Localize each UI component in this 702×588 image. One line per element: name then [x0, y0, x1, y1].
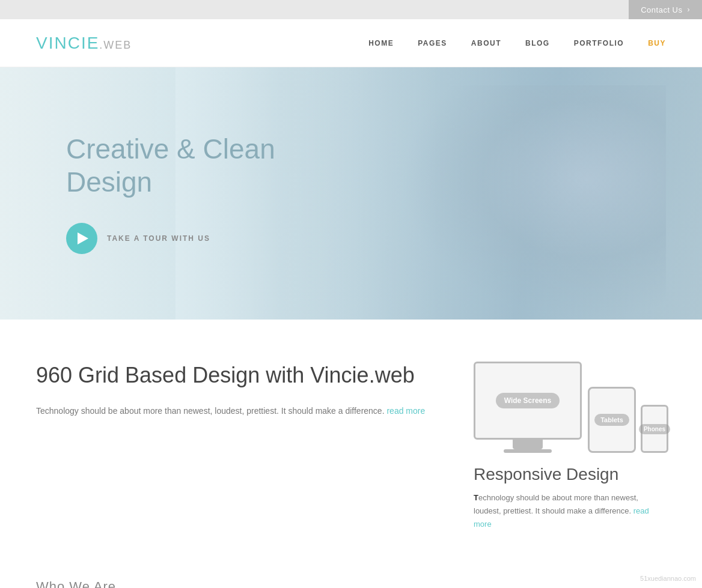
devices-row: Tablets Phones	[588, 387, 668, 453]
contact-us-button[interactable]: Contact Us ›	[629, 0, 702, 19]
responsive-section: Wide Screens Tablets Phones Responsive D…	[474, 362, 666, 531]
hero-title: Creative & Clean Design	[66, 133, 276, 199]
two-col-layout: 960 Grid Based Design with Vincie.web Te…	[36, 362, 666, 531]
monitor-wrap: Wide Screens	[474, 362, 582, 453]
nav-item-buy[interactable]: BUY	[648, 39, 666, 47]
responsive-body-highlight: T	[474, 493, 478, 502]
grid-body: Technology should be about more than new…	[36, 404, 438, 419]
hero-cta-text: TAKE A TOUR WITH US	[107, 234, 210, 243]
responsive-graphic: Wide Screens Tablets Phones	[474, 362, 666, 453]
main-content: 960 Grid Based Design with Vincie.web Te…	[0, 320, 702, 561]
contact-arrow-icon: ›	[688, 5, 691, 14]
hero-section: Creative & Clean Design TAKE A TOUR WITH…	[0, 67, 702, 320]
hero-cta[interactable]: TAKE A TOUR WITH US	[66, 223, 276, 254]
monitor-stand	[513, 440, 543, 449]
nav-item-pages[interactable]: PAGES	[418, 39, 447, 47]
grid-read-more-link[interactable]: read more	[386, 406, 425, 416]
nav-item-blog[interactable]: BLOG	[525, 39, 550, 47]
who-section: Who We Are	[0, 561, 702, 588]
phone-device: Phones	[641, 405, 668, 453]
responsive-title: Responsive Design	[474, 465, 666, 484]
grid-title: 960 Grid Based Design with Vincie.web	[36, 362, 438, 390]
wide-screen-badge: Wide Screens	[496, 393, 560, 408]
monitor-base	[504, 449, 552, 453]
tablet-device: Tablets	[588, 387, 636, 453]
play-button[interactable]	[66, 223, 97, 254]
hero-content: Creative & Clean Design TAKE A TOUR WITH…	[0, 133, 276, 254]
phone-badge: Phones	[639, 424, 670, 434]
grid-section: 960 Grid Based Design with Vincie.web Te…	[36, 362, 438, 419]
contact-us-label: Contact Us	[641, 5, 682, 14]
watermark: 51xuediannao.com	[640, 575, 696, 582]
responsive-body: Technology should be about more than new…	[474, 491, 666, 531]
responsive-body-text: echnology should be about more than newe…	[474, 493, 638, 515]
logo-sub: .WEB	[99, 39, 132, 51]
play-icon	[78, 232, 88, 244]
logo-main: VINCIE	[36, 34, 99, 52]
monitor-device: Wide Screens	[474, 362, 582, 440]
main-nav: HOME PAGES ABOUT BLOG PORTFOLIO BUY	[368, 39, 666, 47]
nav-item-home[interactable]: HOME	[368, 39, 394, 47]
tablet-badge: Tablets	[594, 414, 629, 426]
nav-item-about[interactable]: ABOUT	[471, 39, 501, 47]
logo[interactable]: VINCIE.WEB	[36, 34, 132, 53]
top-bar: Contact Us ›	[0, 0, 702, 19]
grid-body-text: Technology should be about more than new…	[36, 406, 385, 416]
header: VINCIE.WEB HOME PAGES ABOUT BLOG PORTFOL…	[0, 19, 702, 67]
who-title: Who We Are	[36, 579, 666, 588]
nav-item-portfolio[interactable]: PORTFOLIO	[574, 39, 624, 47]
